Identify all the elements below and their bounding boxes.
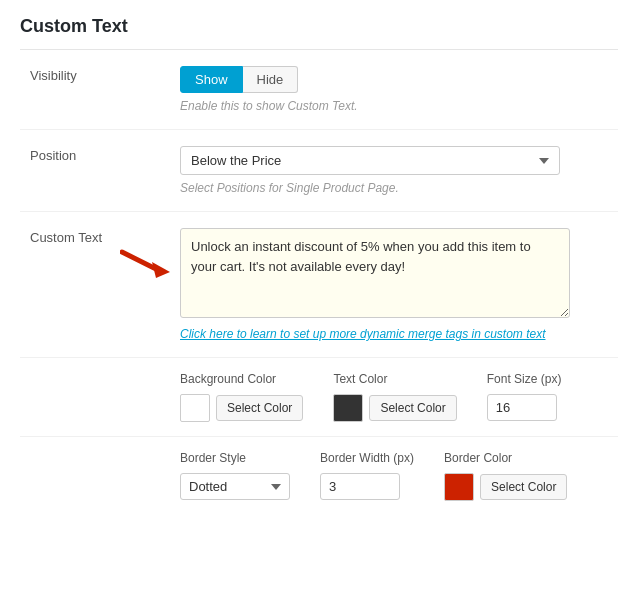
border-width-input[interactable] [320,473,400,500]
background-color-row: Select Color [180,394,303,422]
text-color-label: Text Color [333,372,456,386]
text-color-swatch [333,394,363,422]
border-color-row: Select Color [444,473,567,501]
border-style-select[interactable]: None Solid Dotted Dashed [180,473,290,500]
svg-marker-1 [152,262,170,278]
border-color-swatch [444,473,474,501]
position-hint: Select Positions for Single Product Page… [180,181,608,195]
custom-text-wrapper: Unlock an instant discount of 5% when yo… [180,228,608,341]
background-color-group: Background Color Select Color [180,372,303,422]
border-section: Border Style None Solid Dotted Dashed Bo… [20,437,618,515]
position-label: Position [20,130,160,212]
border-style-group: Border Style None Solid Dotted Dashed [180,451,290,500]
custom-text-input[interactable]: Unlock an instant discount of 5% when yo… [180,228,570,318]
merge-tags-link[interactable]: Click here to learn to set up more dynam… [180,327,608,341]
custom-text-row: Custom Text Unlock an instant discount o… [20,212,618,358]
page-wrapper: Custom Text Visibility Show Hide Enable … [0,0,638,531]
red-arrow-icon [120,242,172,281]
show-button[interactable]: Show [180,66,243,93]
border-color-button[interactable]: Select Color [480,474,567,500]
border-color-group: Border Color Select Color [444,451,567,501]
background-color-swatch [180,394,210,422]
border-color-label: Border Color [444,451,567,465]
visibility-row: Visibility Show Hide Enable this to show… [20,50,618,130]
font-size-label: Font Size (px) [487,372,562,386]
visibility-label: Visibility [20,50,160,130]
visibility-controls: Show Hide Enable this to show Custom Tex… [160,50,618,130]
svg-line-0 [122,252,158,270]
text-color-group: Text Color Select Color [333,372,456,422]
position-row: Position Below the Price Above the Price… [20,130,618,212]
hide-button[interactable]: Hide [243,66,299,93]
styling-section: Background Color Select Color Text Color… [20,358,618,437]
border-width-group: Border Width (px) [320,451,414,500]
position-select[interactable]: Below the Price Above the Price After Ad… [180,146,560,175]
font-size-input[interactable] [487,394,557,421]
font-size-group: Font Size (px) [487,372,562,421]
arrow-container: Unlock an instant discount of 5% when yo… [180,228,608,321]
border-width-label: Border Width (px) [320,451,414,465]
text-color-row: Select Color [333,394,456,422]
position-controls: Below the Price Above the Price After Ad… [160,130,618,212]
visibility-toggle-group: Show Hide [180,66,608,93]
border-style-label: Border Style [180,451,290,465]
settings-table: Visibility Show Hide Enable this to show… [20,50,618,358]
page-title: Custom Text [20,16,618,50]
visibility-hint: Enable this to show Custom Text. [180,99,608,113]
custom-text-controls: Unlock an instant discount of 5% when yo… [160,212,618,358]
background-color-button[interactable]: Select Color [216,395,303,421]
background-color-label: Background Color [180,372,303,386]
custom-text-label: Custom Text [20,212,160,358]
text-color-button[interactable]: Select Color [369,395,456,421]
